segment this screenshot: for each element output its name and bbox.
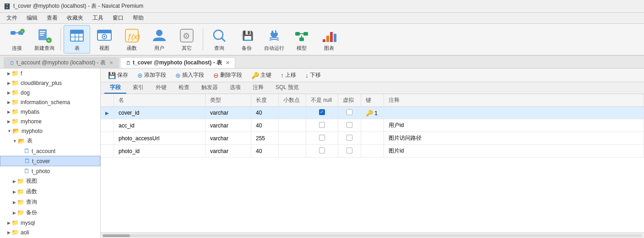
sidebar-item-t_cover[interactable]: 🗒t_cover: [0, 156, 100, 166]
tab-t_cover[interactable]: 🗒t_cover @myphoto (localhost) - 表✕: [120, 57, 235, 68]
field-not-null[interactable]: [306, 107, 338, 119]
field-comment[interactable]: 图片访问路径: [384, 132, 644, 145]
sidebar-item-f[interactable]: ▶📁f: [0, 69, 100, 78]
field-comment[interactable]: 图片id: [384, 145, 644, 158]
field-type[interactable]: varchar: [206, 119, 251, 132]
sidebar-item-functions[interactable]: ▶📁函数: [0, 186, 100, 197]
table-row[interactable]: photo_idvarchar40图片id: [101, 145, 644, 158]
sub-tab-索引[interactable]: 索引: [127, 82, 149, 94]
toolbar-btn-other[interactable]: ⚙其它: [173, 25, 200, 53]
sub-tab-选项[interactable]: 选项: [224, 82, 246, 94]
field-name[interactable]: acc_id: [114, 119, 206, 132]
field-decimal[interactable]: [279, 145, 306, 158]
not-null-checkbox[interactable]: [319, 122, 325, 128]
sidebar-item-information_schema[interactable]: ▶📁information_schema: [0, 97, 100, 107]
sub-tab-检查[interactable]: 检查: [173, 82, 195, 94]
field-virtual[interactable]: [338, 119, 361, 132]
menu-item-文件[interactable]: 文件: [2, 13, 22, 23]
sidebar-item-aoli[interactable]: ▶📁aoli: [0, 227, 100, 237]
toolbar-btn-user[interactable]: 用户: [146, 25, 173, 53]
sidebar-item-t_account[interactable]: 🗒t_account: [0, 146, 100, 156]
field-decimal[interactable]: [279, 107, 306, 119]
menu-item-查看[interactable]: 查看: [42, 13, 62, 23]
not-null-checkbox[interactable]: [319, 109, 325, 115]
field-name[interactable]: cover_id: [114, 107, 206, 119]
menu-item-帮助[interactable]: 帮助: [128, 13, 148, 23]
sidebar-item-views[interactable]: ▶📁视图: [0, 176, 100, 186]
action-btn-delete-field[interactable]: ⊖删除字段: [210, 70, 246, 80]
field-length[interactable]: 40: [251, 107, 279, 119]
field-comment[interactable]: [384, 107, 644, 119]
connect-icon: +: [9, 27, 25, 44]
field-type[interactable]: varchar: [206, 107, 251, 119]
field-not-null[interactable]: [306, 145, 338, 158]
toolbar-btn-connect[interactable]: +连接: [4, 25, 30, 53]
field-not-null[interactable]: [306, 132, 338, 145]
field-name[interactable]: photo_id: [114, 145, 206, 158]
table-label: 表: [75, 45, 80, 52]
field-length[interactable]: 40: [251, 119, 279, 132]
menu-item-工具[interactable]: 工具: [88, 13, 108, 23]
sub-tab-SQL-预览[interactable]: SQL 预览: [270, 82, 304, 94]
field-decimal[interactable]: [279, 119, 306, 132]
action-btn-insert-field[interactable]: ⊕插入字段: [172, 70, 208, 80]
action-btn-move-up[interactable]: ↑上移: [277, 70, 300, 80]
tab-t_account[interactable]: 🗒t_account @myphoto (localhost) - 表✕: [4, 57, 119, 68]
toolbar-btn-table[interactable]: 表: [64, 25, 90, 53]
action-btn-move-down[interactable]: ↓下移: [302, 70, 325, 80]
toolbar-btn-query[interactable]: 查询: [206, 25, 233, 53]
table-row[interactable]: photo_accessUrlvarchar255图片访问路径: [101, 132, 644, 145]
virtual-checkbox[interactable]: [346, 148, 352, 153]
action-btn-primary-key[interactable]: 🔑主键: [248, 70, 275, 80]
field-virtual[interactable]: [338, 107, 361, 119]
toolbar-btn-autorun[interactable]: 自动运行: [261, 25, 287, 53]
menu-item-窗口[interactable]: 窗口: [108, 13, 128, 23]
horizontal-scrollbar[interactable]: [101, 233, 644, 238]
sub-tab-字段[interactable]: 字段: [104, 82, 126, 94]
virtual-checkbox[interactable]: [346, 122, 352, 128]
not-null-checkbox[interactable]: [319, 135, 325, 141]
field-name[interactable]: photo_accessUrl: [114, 132, 206, 145]
toolbar-btn-function[interactable]: ƒ(x)函数: [119, 25, 145, 53]
field-virtual[interactable]: [338, 145, 361, 158]
sidebar-item-myphoto[interactable]: ▼📂myphoto: [0, 126, 100, 136]
field-type[interactable]: varchar: [206, 145, 251, 158]
sidebar-item-cloudlibrary[interactable]: ▶📁cloudlibrary_plus: [0, 78, 100, 88]
sidebar-item-mysql[interactable]: ▶📁mysql: [0, 218, 100, 227]
action-btn-add-field[interactable]: ⊕添加字段: [134, 70, 170, 80]
toolbar-btn-new-query[interactable]: +新建查询: [31, 25, 58, 53]
field-length[interactable]: 255: [251, 132, 279, 145]
toolbar-btn-backup[interactable]: 💾备份: [233, 25, 260, 53]
sidebar-item-dog[interactable]: ▶📁dog: [0, 88, 100, 97]
sidebar-item-t_photo[interactable]: 🗒t_photo: [0, 166, 100, 176]
sidebar-item-backups[interactable]: ▶📁备份: [0, 207, 100, 218]
not-null-checkbox[interactable]: [319, 148, 325, 153]
tab-close-t_account[interactable]: ✕: [109, 60, 113, 65]
sub-tab-注释[interactable]: 注释: [247, 82, 269, 94]
field-comment[interactable]: 用户id: [384, 119, 644, 132]
sidebar-item-myhome[interactable]: ▶📁myhome: [0, 116, 100, 126]
svg-rect-32: [276, 31, 277, 33]
menu-item-收藏夹[interactable]: 收藏夹: [62, 13, 88, 23]
sub-tab-触发器[interactable]: 触发器: [196, 82, 223, 94]
toolbar-btn-chart[interactable]: 图表: [316, 25, 342, 53]
sidebar-item-tables[interactable]: ▼📂表: [0, 136, 100, 146]
toolbar-btn-view[interactable]: 视图: [91, 25, 118, 53]
field-decimal[interactable]: [279, 132, 306, 145]
field-length[interactable]: 40: [251, 145, 279, 158]
table-row[interactable]: acc_idvarchar40用户id: [101, 119, 644, 132]
scroll-thumb[interactable]: [103, 234, 130, 237]
virtual-checkbox[interactable]: [346, 135, 352, 141]
table-row[interactable]: ▶cover_idvarchar40🔑 1: [101, 107, 644, 119]
action-btn-save[interactable]: 💾保存: [104, 70, 132, 80]
sidebar-item-queries[interactable]: ▶📁查询: [0, 197, 100, 207]
field-virtual[interactable]: [338, 132, 361, 145]
virtual-checkbox[interactable]: [346, 109, 352, 115]
menu-item-编辑[interactable]: 编辑: [22, 13, 42, 23]
field-type[interactable]: varchar: [206, 132, 251, 145]
sidebar-item-mybatis[interactable]: ▶📁mybatis: [0, 107, 100, 116]
field-not-null[interactable]: [306, 119, 338, 132]
sub-tab-外键[interactable]: 外键: [150, 82, 172, 94]
toolbar-btn-model[interactable]: 模型: [288, 25, 315, 53]
tab-close-t_cover[interactable]: ✕: [226, 60, 229, 65]
